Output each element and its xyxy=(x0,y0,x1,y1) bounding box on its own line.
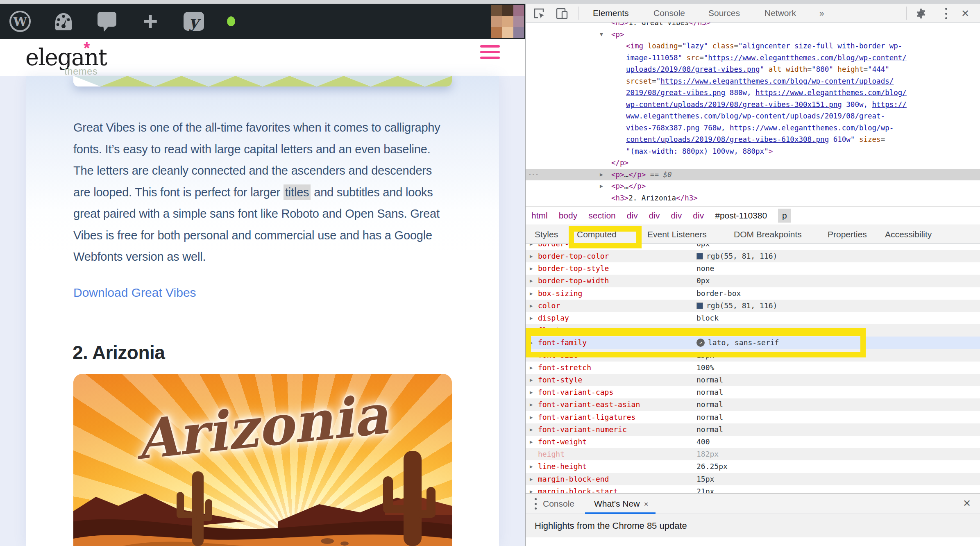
devtools-tab-[interactable]: » xyxy=(819,4,824,22)
computed-row-box-sizing[interactable]: ▶box-sizingborder-box xyxy=(526,287,980,300)
disclosure-triangle-icon[interactable]: ▼ xyxy=(600,29,603,41)
code-line[interactable]: <h3>2. Arizonia</h3> xyxy=(526,192,980,204)
code-line[interactable]: wp-content/uploads/2019/08/great-vibes-3… xyxy=(526,99,980,111)
wordpress-logo-icon[interactable]: W xyxy=(9,10,31,32)
computed-row-height[interactable]: height182px xyxy=(526,448,980,460)
computed-row-border-top-color[interactable]: ▶border-top-colorrgb(55, 81, 116) xyxy=(526,250,980,262)
property-name: font-stretch xyxy=(538,362,591,374)
expand-triangle-icon[interactable]: ▶ xyxy=(530,362,533,374)
code-line[interactable]: </p> xyxy=(526,157,980,169)
devtools-tab-sources[interactable]: Sources xyxy=(708,4,740,22)
code-line[interactable]: www.elegantthemes.com/blog/wp-content/up… xyxy=(526,110,980,122)
expand-triangle-icon[interactable]: ▶ xyxy=(530,473,533,485)
code-line[interactable]: ▼<p> xyxy=(526,29,980,41)
breadcrumb-section[interactable]: section xyxy=(588,211,616,221)
sidebar-tab-properties[interactable]: Properties xyxy=(828,225,867,243)
devtools-tab-elements[interactable]: Elements xyxy=(593,4,629,22)
devtools-tab-console[interactable]: Console xyxy=(653,4,685,22)
code-line[interactable]: "(max-width: 880px) 100vw, 880px"> xyxy=(526,146,980,157)
breadcrumb-html[interactable]: html xyxy=(531,211,548,221)
computed-row-margin-block-start[interactable]: ▶margin-block-start21px xyxy=(526,485,980,493)
elegant-themes-logo[interactable]: elegant * themes xyxy=(25,42,120,77)
computed-row-margin-block-end[interactable]: ▶margin-block-end15px xyxy=(526,473,980,485)
expand-triangle-icon[interactable]: ▶ xyxy=(530,436,533,448)
devtools-tab-network[interactable]: Network xyxy=(764,4,796,22)
dashboard-gauge-icon[interactable] xyxy=(52,10,75,32)
expand-triangle-icon[interactable]: ▶ xyxy=(530,374,533,386)
expand-triangle-icon[interactable]: ▶ xyxy=(530,423,533,436)
device-toolbar-icon[interactable] xyxy=(555,7,569,20)
code-line[interactable]: image-111058" src="https://www.elegantth… xyxy=(526,52,980,64)
user-avatar[interactable] xyxy=(491,5,524,38)
sidebar-tab-event-listeners[interactable]: Event Listeners xyxy=(647,225,707,243)
download-great-vibes-link[interactable]: Download Great Vibes xyxy=(73,286,196,300)
expand-triangle-icon[interactable]: ▶ xyxy=(530,244,533,250)
breadcrumb-div[interactable]: div xyxy=(671,211,682,221)
drawer-more-menu-icon[interactable] xyxy=(531,498,540,510)
code-line[interactable]: <h3>1. Great Vibes</h3> xyxy=(526,23,980,29)
sidebar-tab-dom-breakpoints[interactable]: DOM Breakpoints xyxy=(734,225,802,243)
property-name: box-sizing xyxy=(538,287,582,300)
computed-row-color[interactable]: ▶colorrgb(55, 81, 116) xyxy=(526,300,980,312)
code-line[interactable]: 2019/08/great-vibes.png 880w, https://ww… xyxy=(526,87,980,99)
property-name: border-top-style xyxy=(538,262,609,275)
computed-row-font-variant-ligatures[interactable]: ▶font-variant-ligaturesnormal xyxy=(526,411,980,423)
expand-triangle-icon[interactable]: ▶ xyxy=(530,275,533,287)
inspect-element-icon[interactable] xyxy=(532,7,546,20)
computed-row-font-stretch[interactable]: ▶font-stretch100% xyxy=(526,362,980,374)
sidebar-tab-styles[interactable]: Styles xyxy=(535,225,558,243)
expand-triangle-icon[interactable]: ▶ xyxy=(530,411,533,423)
drawer-tab-what-s-new[interactable]: What's New× xyxy=(594,494,648,514)
computed-row-font-weight[interactable]: ▶font-weight400 xyxy=(526,436,980,448)
code-line[interactable]: ▶<p>…</p> xyxy=(526,180,980,192)
drawer-close-icon[interactable]: ✕ xyxy=(963,498,971,509)
breadcrumb-div[interactable]: div xyxy=(627,211,638,221)
expand-triangle-icon[interactable]: ▶ xyxy=(530,300,533,312)
expand-triangle-icon[interactable]: ▶ xyxy=(530,287,533,300)
hamburger-menu-icon[interactable] xyxy=(480,45,500,59)
code-line[interactable]: content/uploads/2019/08/great-vibes-610x… xyxy=(526,134,980,146)
code-line[interactable]: srcset="https://www.elegantthemes.com/bl… xyxy=(526,75,980,87)
color-swatch[interactable] xyxy=(696,303,703,309)
computed-row-font-style[interactable]: ▶font-stylenormal xyxy=(526,374,980,386)
breadcrumb-post-110380[interactable]: #post-110380 xyxy=(715,211,767,221)
expand-triangle-icon[interactable]: ▶ xyxy=(530,250,533,262)
devtools-close-icon[interactable]: ✕ xyxy=(958,7,972,20)
computed-row-display[interactable]: ▶displayblock xyxy=(526,312,980,324)
expand-triangle-icon[interactable]: ▶ xyxy=(530,312,533,324)
devtools-more-menu-icon[interactable] xyxy=(942,8,950,19)
property-value: rgb(55, 81, 116) xyxy=(696,300,777,312)
computed-row-font-variant-numeric[interactable]: ▶font-variant-numericnormal xyxy=(526,423,980,436)
disclosure-triangle-icon[interactable]: ▶ xyxy=(600,180,603,192)
close-tab-icon[interactable]: × xyxy=(644,500,648,508)
code-line[interactable]: uploads/2019/08/great-vibes.png" alt wid… xyxy=(526,64,980,75)
computed-row-font-variant-caps[interactable]: ▶font-variant-capsnormal xyxy=(526,386,980,398)
yoast-seo-icon[interactable]: y xyxy=(183,10,205,32)
settings-gear-icon[interactable] xyxy=(914,7,928,20)
breadcrumb-div[interactable]: div xyxy=(693,211,704,221)
expand-triangle-icon[interactable]: ▶ xyxy=(530,485,533,493)
breadcrumb-body[interactable]: body xyxy=(559,211,578,221)
code-line[interactable]: <img loading="lazy" class="aligncenter s… xyxy=(526,40,980,52)
property-name: font-weight xyxy=(538,436,587,448)
disclosure-triangle-icon[interactable]: ▶ xyxy=(600,169,603,181)
expand-triangle-icon[interactable]: ▶ xyxy=(530,460,533,473)
color-swatch[interactable] xyxy=(696,253,703,259)
drawer-tab-console[interactable]: Console xyxy=(543,494,574,514)
computed-row-line-height[interactable]: ▶line-height26.25px xyxy=(526,460,980,473)
comments-bubble-icon[interactable] xyxy=(96,10,118,32)
expand-triangle-icon[interactable]: ▶ xyxy=(530,398,533,411)
breadcrumb-div[interactable]: div xyxy=(649,211,660,221)
new-plus-icon[interactable]: + xyxy=(139,10,161,32)
expand-triangle-icon[interactable]: ▶ xyxy=(530,386,533,398)
code-line-selected[interactable]: •••▶<p>…</p> == $0 xyxy=(526,169,980,181)
breadcrumb-p[interactable]: p xyxy=(778,209,791,223)
expand-triangle-icon[interactable]: ▶ xyxy=(530,262,533,275)
computed-row-border-top-style[interactable]: ▶border-top-stylenone xyxy=(526,262,980,275)
computed-row-border-top-width[interactable]: ▶border-top-width0px xyxy=(526,275,980,287)
sidebar-tab-accessibility[interactable]: Accessibility xyxy=(885,225,932,243)
paragraph-line: The letters are cleanly connected and th… xyxy=(73,160,458,182)
code-line[interactable]: vibes-768x387.png 768w, https://www.eleg… xyxy=(526,122,980,134)
computed-row-font-variant-east-asian[interactable]: ▶font-variant-east-asiannormal xyxy=(526,398,980,411)
property-name: color xyxy=(538,300,560,312)
